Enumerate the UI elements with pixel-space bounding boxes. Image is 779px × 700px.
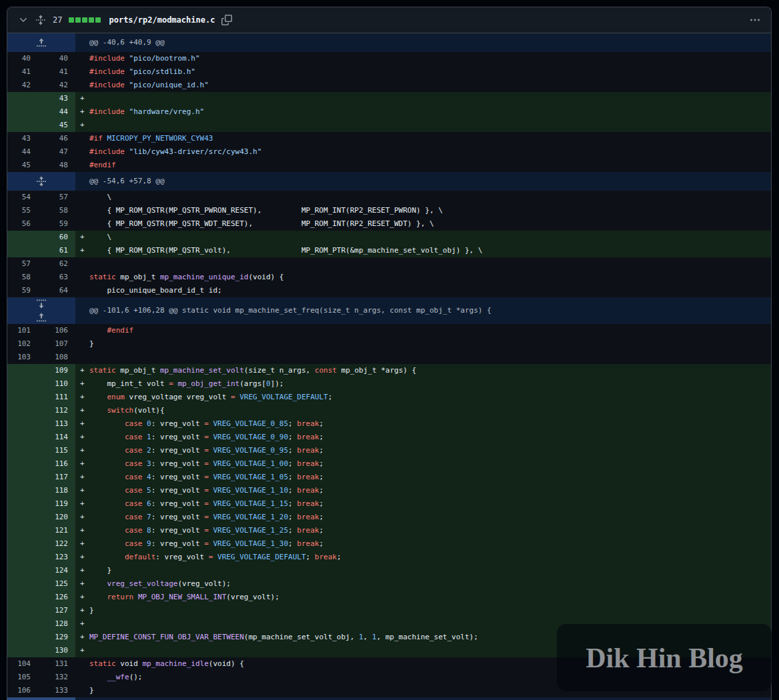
old-line-number[interactable] [7,457,38,471]
old-line-number[interactable]: 55 [7,204,38,217]
new-line-number[interactable]: 45 [38,119,75,132]
old-line-number[interactable] [7,417,38,431]
expand-up-button[interactable] [7,697,75,700]
old-line-number[interactable]: 44 [7,145,38,159]
old-line-number[interactable] [7,431,38,444]
old-line-number[interactable] [7,524,38,537]
new-line-number[interactable]: 106 [38,324,75,337]
new-line-number[interactable]: 63 [38,271,75,284]
new-line-number[interactable]: 126 [38,591,75,604]
new-line-number[interactable]: 133 [38,684,75,697]
new-line-number[interactable]: 41 [38,65,75,79]
old-line-number[interactable] [7,364,38,377]
old-line-number[interactable] [7,484,38,497]
file-options-button[interactable] [748,13,762,27]
old-line-number[interactable] [7,497,38,511]
new-line-number[interactable]: 130 [38,644,75,657]
new-line-number[interactable]: 109 [38,364,75,377]
new-line-number[interactable]: 107 [38,337,75,351]
old-line-number[interactable] [7,391,38,404]
old-line-number[interactable]: 104 [7,657,38,671]
old-line-number[interactable] [7,444,38,457]
new-line-number[interactable]: 131 [38,657,75,671]
new-line-number[interactable]: 122 [38,537,75,551]
new-line-number[interactable]: 48 [38,159,75,172]
old-line-number[interactable] [7,631,38,644]
old-line-number[interactable]: 54 [7,191,38,204]
new-line-number[interactable]: 132 [38,671,75,684]
old-line-number[interactable] [7,617,38,631]
new-line-number[interactable]: 117 [38,471,75,484]
new-line-number[interactable]: 113 [38,417,75,431]
old-line-number[interactable] [7,92,38,105]
old-line-number[interactable] [7,644,38,657]
old-line-number[interactable] [7,551,38,564]
new-line-number[interactable]: 58 [38,204,75,217]
file-name-link[interactable]: ports/rp2/modmachine.c [109,15,215,25]
old-line-number[interactable]: 43 [7,132,38,145]
new-line-number[interactable]: 47 [38,145,75,159]
expand-down-button[interactable] [7,297,75,311]
old-line-number[interactable]: 59 [7,284,38,297]
old-line-number[interactable] [7,119,38,132]
new-line-number[interactable]: 59 [38,217,75,231]
new-line-number[interactable]: 128 [38,617,75,631]
new-line-number[interactable]: 42 [38,79,75,92]
new-line-number[interactable]: 124 [38,564,75,577]
new-line-number[interactable]: 129 [38,631,75,644]
old-line-number[interactable]: 45 [7,159,38,172]
old-line-number[interactable] [7,591,38,604]
old-line-number[interactable]: 56 [7,217,38,231]
new-line-number[interactable]: 115 [38,444,75,457]
new-line-number[interactable]: 118 [38,484,75,497]
old-line-number[interactable]: 58 [7,271,38,284]
new-line-number[interactable]: 60 [38,231,75,244]
new-line-number[interactable]: 40 [38,52,75,65]
new-line-number[interactable]: 116 [38,457,75,471]
new-line-number[interactable]: 127 [38,604,75,617]
old-line-number[interactable]: 42 [7,79,38,92]
old-line-number[interactable] [7,564,38,577]
old-line-number[interactable] [7,537,38,551]
new-line-number[interactable]: 119 [38,497,75,511]
new-line-number[interactable]: 110 [38,377,75,391]
old-line-number[interactable]: 105 [7,671,38,684]
expand-up-button[interactable] [7,311,75,324]
new-line-number[interactable]: 57 [38,191,75,204]
new-line-number[interactable]: 43 [38,92,75,105]
old-line-number[interactable] [7,244,38,257]
new-line-number[interactable]: 111 [38,391,75,404]
old-line-number[interactable]: 41 [7,65,38,79]
new-line-number[interactable]: 120 [38,511,75,524]
old-line-number[interactable] [7,511,38,524]
new-line-number[interactable]: 112 [38,404,75,417]
old-line-number[interactable] [7,604,38,617]
new-line-number[interactable]: 64 [38,284,75,297]
old-line-number[interactable]: 57 [7,257,38,271]
old-line-number[interactable]: 103 [7,351,38,364]
old-line-number[interactable] [7,377,38,391]
old-line-number[interactable]: 102 [7,337,38,351]
collapse-file-button[interactable] [17,13,30,27]
expand-up-button[interactable] [7,33,75,52]
old-line-number[interactable] [7,231,38,244]
old-line-number[interactable]: 101 [7,324,38,337]
new-line-number[interactable]: 123 [38,551,75,564]
new-line-number[interactable]: 125 [38,577,75,591]
old-line-number[interactable] [7,577,38,591]
new-line-number[interactable]: 121 [38,524,75,537]
copy-path-button[interactable] [220,13,233,27]
old-line-number[interactable] [7,404,38,417]
new-line-number[interactable]: 114 [38,431,75,444]
old-line-number[interactable] [7,471,38,484]
new-line-number[interactable]: 44 [38,105,75,119]
old-line-number[interactable]: 40 [7,52,38,65]
new-line-number[interactable]: 46 [38,132,75,145]
new-line-number[interactable]: 61 [38,244,75,257]
old-line-number[interactable]: 106 [7,684,38,697]
new-line-number[interactable]: 108 [38,351,75,364]
drag-grabber-icon[interactable] [35,15,46,25]
new-line-number[interactable]: 62 [38,257,75,271]
expand-all-button[interactable] [7,172,75,191]
old-line-number[interactable] [7,105,38,119]
